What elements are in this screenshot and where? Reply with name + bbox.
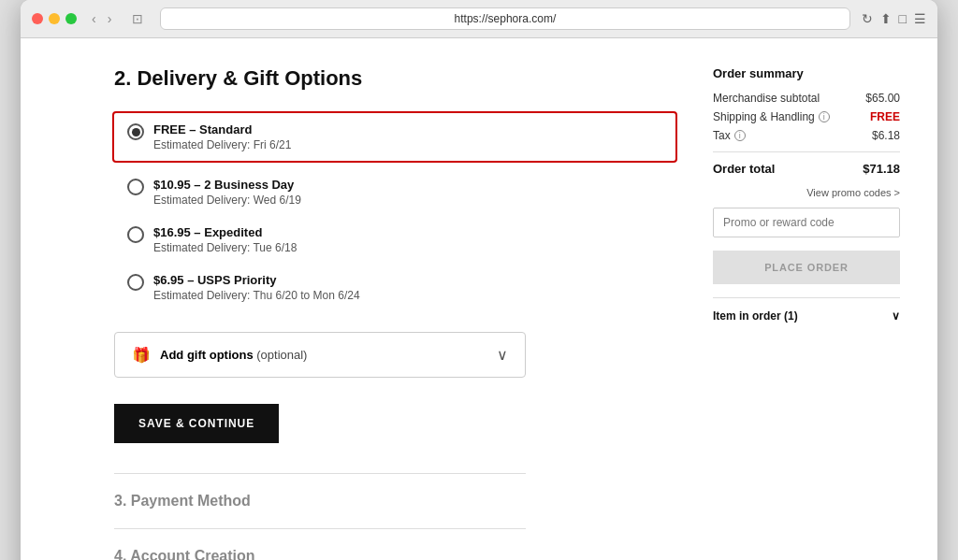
- gift-label: Add gift options (optional): [160, 348, 307, 362]
- items-chevron-icon: ∨: [892, 309, 900, 323]
- bookmark-button[interactable]: □: [899, 11, 907, 26]
- share-button[interactable]: ⬆: [880, 11, 892, 26]
- order-total-label: Order total: [713, 162, 775, 176]
- option-sub: Estimated Delivery: Tue 6/18: [153, 241, 297, 254]
- browser-chrome: ‹ › ⊡ https://sephora.com/ ↻ ⬆ □ ☰: [21, 0, 937, 38]
- option-text-2day: $10.95 – 2 Business Day Estimated Delive…: [153, 178, 301, 207]
- shipping-value: FREE: [870, 110, 900, 123]
- gift-label-bold: Add gift options: [160, 348, 254, 362]
- back-button[interactable]: ‹: [88, 9, 100, 28]
- toolbar-right: ↻ ⬆ □ ☰: [862, 11, 926, 26]
- option-text-usps: $6.95 – USPS Priority Estimated Delivery…: [153, 273, 360, 302]
- tax-info-icon[interactable]: i: [734, 130, 746, 141]
- traffic-lights: [32, 13, 77, 24]
- subtotal-value: $65.00: [865, 92, 900, 105]
- radio-usps: [127, 274, 144, 291]
- shipping-label: Shipping & Handling i: [713, 110, 830, 123]
- close-button[interactable]: [32, 13, 43, 24]
- option-sub: Estimated Delivery: Fri 6/21: [153, 138, 291, 151]
- maximize-button[interactable]: [65, 13, 77, 24]
- option-sub: Estimated Delivery: Wed 6/19: [153, 194, 301, 207]
- option-label: $6.95 – USPS Priority: [153, 273, 360, 287]
- place-order-button[interactable]: PLACE ORDER: [713, 251, 900, 284]
- gift-icon: 🎁: [132, 346, 151, 364]
- nav-buttons: ‹ ›: [88, 9, 115, 28]
- summary-divider: [713, 151, 900, 152]
- address-bar[interactable]: https://sephora.com/: [160, 7, 849, 30]
- page-title: 2. Delivery & Gift Options: [114, 66, 675, 91]
- save-continue-button[interactable]: SAVE & CONTINUE: [114, 404, 279, 443]
- shipping-option-2day[interactable]: $10.95 – 2 Business Day Estimated Delive…: [114, 176, 675, 208]
- summary-row-subtotal: Merchandise subtotal $65.00: [713, 92, 900, 105]
- summary-row-tax: Tax i $6.18: [713, 129, 900, 142]
- gift-label-light: (optional): [254, 348, 308, 362]
- radio-expedited: [127, 226, 144, 243]
- items-in-order[interactable]: Item in order (1) ∨: [713, 297, 900, 323]
- browser-window: ‹ › ⊡ https://sephora.com/ ↻ ⬆ □ ☰ 2. De…: [21, 0, 937, 560]
- order-summary-title: Order summary: [713, 66, 900, 80]
- chevron-down-icon: ∨: [497, 346, 508, 364]
- items-in-order-label: Item in order (1): [713, 309, 798, 323]
- step-3-label: 3. Payment Method: [114, 493, 675, 510]
- option-text-free-standard: FREE – Standard Estimated Delivery: Fri …: [153, 122, 291, 151]
- option-label: $16.95 – Expedited: [153, 225, 297, 239]
- shipping-option-expedited[interactable]: $16.95 – Expedited Estimated Delivery: T…: [114, 223, 675, 256]
- divider-2: [114, 528, 526, 529]
- shipping-info-icon[interactable]: i: [819, 111, 830, 122]
- summary-row-shipping: Shipping & Handling i FREE: [713, 110, 900, 123]
- radio-2day: [127, 179, 144, 195]
- sidebar-button[interactable]: ☰: [914, 11, 926, 26]
- promo-input[interactable]: [713, 208, 900, 237]
- radio-free-standard: [127, 123, 144, 140]
- order-summary-sidebar: Order summary Merchandise subtotal $65.0…: [713, 66, 900, 560]
- order-total-row: Order total $71.18: [713, 162, 900, 176]
- minimize-button[interactable]: [49, 13, 60, 24]
- shipping-options: FREE – Standard Estimated Delivery: Fri …: [114, 113, 675, 304]
- browser-content: 2. Delivery & Gift Options FREE – Standa…: [21, 38, 937, 560]
- main-content: 2. Delivery & Gift Options FREE – Standa…: [114, 66, 675, 560]
- tax-value: $6.18: [872, 129, 900, 142]
- step-4-label: 4. Account Creation: [114, 548, 675, 560]
- shipping-option-usps[interactable]: $6.95 – USPS Priority Estimated Delivery…: [114, 271, 675, 304]
- radio-inner-selected: [132, 128, 140, 136]
- tax-label: Tax i: [713, 129, 746, 142]
- option-text-expedited: $16.95 – Expedited Estimated Delivery: T…: [153, 225, 297, 254]
- divider-1: [114, 473, 526, 474]
- gift-options-box[interactable]: 🎁 Add gift options (optional) ∨: [114, 332, 526, 378]
- forward-button[interactable]: ›: [104, 9, 116, 28]
- order-total-value: $71.18: [863, 162, 900, 176]
- view-promo-link[interactable]: View promo codes >: [713, 187, 900, 198]
- shipping-option-free-standard[interactable]: FREE – Standard Estimated Delivery: Fri …: [112, 111, 677, 163]
- option-sub: Estimated Delivery: Thu 6/20 to Mon 6/24: [153, 289, 360, 302]
- reload-button[interactable]: ↻: [862, 11, 873, 26]
- option-label: FREE – Standard: [153, 122, 291, 136]
- gift-left: 🎁 Add gift options (optional): [132, 346, 307, 364]
- option-label: $10.95 – 2 Business Day: [153, 178, 301, 192]
- reader-button[interactable]: ⊡: [126, 9, 149, 28]
- subtotal-label: Merchandise subtotal: [713, 92, 820, 105]
